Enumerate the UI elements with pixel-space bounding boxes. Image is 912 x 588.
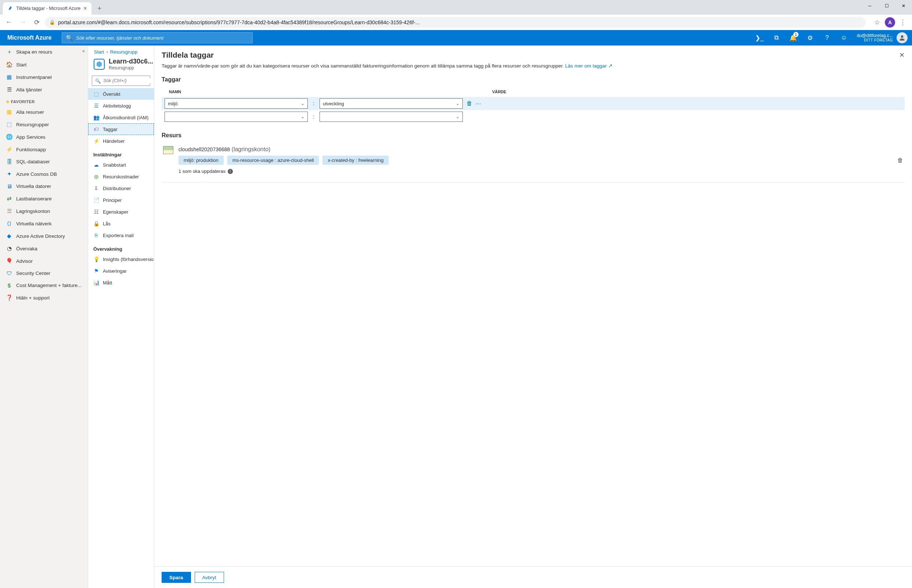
nav-cosmos-db[interactable]: ✦Azure Cosmos DB xyxy=(0,168,88,180)
blade-description: Taggar är namn/värde-par som gör att du … xyxy=(162,62,905,70)
resource-menu-search-input[interactable] xyxy=(103,78,154,83)
tag-row-empty: ⌄ : ⌄ 🗑⋯ xyxy=(162,110,905,123)
globe-icon: 🌐 xyxy=(6,134,13,140)
shield-icon: 🛡 xyxy=(6,270,13,276)
azure-search[interactable]: 🔍 xyxy=(62,32,253,43)
remove-resource-icon[interactable]: 🗑 xyxy=(897,157,903,164)
more-actions-icon[interactable]: ⋯ xyxy=(475,100,481,107)
menu-metrics[interactable]: 📊Mått xyxy=(88,277,154,289)
feedback-smiley-icon[interactable]: ☺ xyxy=(836,30,852,45)
policy-icon: 📄 xyxy=(93,197,99,203)
nav-resource-groups[interactable]: ⬚Resursgrupper xyxy=(0,118,88,131)
nav-all-resources[interactable]: ▦Alla resurser xyxy=(0,106,88,118)
account-email: du@dittforetag.c... xyxy=(857,33,893,38)
menu-resource-costs[interactable]: ◎Resurskostnader xyxy=(88,171,154,183)
menu-quickstart[interactable]: ☁Snabbstart xyxy=(88,159,154,171)
nav-cost-management[interactable]: $Cost Management + fakture... xyxy=(0,279,88,291)
tag-chip[interactable]: ms-resource-usage : azure-cloud-shell xyxy=(227,156,319,165)
save-button[interactable]: Spara xyxy=(162,572,191,583)
nav-home[interactable]: 🏠Start xyxy=(0,58,88,71)
browser-tab[interactable]: Tilldela taggar - Microsoft Azure × xyxy=(3,2,91,15)
external-link-icon: ↗ xyxy=(608,63,613,69)
tag-value-combo[interactable]: utveckling⌄ xyxy=(319,99,463,109)
cube-icon: ⬚ xyxy=(6,121,13,128)
window-close-button[interactable]: ✕ xyxy=(895,0,912,12)
nav-virtual-machines[interactable]: 🖥Virtuella datorer xyxy=(0,180,88,192)
menu-export-template[interactable]: ⎘Exportera mall xyxy=(88,229,154,241)
cloud-shell-icon[interactable]: ❯_ xyxy=(751,30,768,45)
nav-all-services[interactable]: ☰Alla tjänster xyxy=(0,83,88,96)
tag-chip[interactable]: x-created-by : freelearning xyxy=(322,156,389,165)
menu-locks[interactable]: 🔒Lås xyxy=(88,218,154,229)
nav-create-resource[interactable]: ＋Skapa en resurs xyxy=(0,45,88,58)
tag-chip[interactable]: miljö: produktion xyxy=(178,156,224,165)
nav-monitor[interactable]: ◔Övervaka xyxy=(0,242,88,255)
azure-favicon-icon xyxy=(7,5,13,11)
window-maximize-button[interactable]: ☐ xyxy=(878,0,895,12)
menu-deployments[interactable]: ⇩Distributioner xyxy=(88,183,154,194)
notifications-icon[interactable]: 🔔1 xyxy=(785,30,802,45)
menu-events[interactable]: ⚡Händelser xyxy=(88,135,154,147)
nav-function-app[interactable]: ⚡Funktionsapp xyxy=(0,143,88,156)
blade-close-button[interactable]: ✕ xyxy=(899,51,905,59)
azure-brand[interactable]: Microsoft Azure xyxy=(0,34,59,41)
window-minimize-button[interactable]: ─ xyxy=(861,0,878,12)
menu-tags[interactable]: 🏷Taggar xyxy=(88,123,154,135)
menu-insights[interactable]: 💡Insights (förhandsversion) xyxy=(88,253,154,265)
browser-menu-icon[interactable]: ⋮ xyxy=(897,16,909,29)
plus-icon: ＋ xyxy=(6,48,13,55)
menu-activity-log[interactable]: ☰Aktivitetslogg xyxy=(88,100,154,111)
bookmark-star-icon[interactable]: ☆ xyxy=(871,16,883,29)
list-icon: ☰ xyxy=(6,86,13,93)
resource-menu-search[interactable]: 🔍 xyxy=(92,76,150,86)
nav-help-support[interactable]: ❓Hiäln + support xyxy=(0,291,88,304)
delete-tag-icon[interactable]: 🗑 xyxy=(467,100,472,107)
resource-group-icon xyxy=(93,58,105,71)
nav-load-balancers[interactable]: ⇄Lastbalanserare xyxy=(0,192,88,205)
nav-storage-accounts[interactable]: ☰Lagringskonton xyxy=(0,205,88,217)
azure-search-input[interactable] xyxy=(76,35,249,41)
section-monitoring: Övervakning xyxy=(88,241,154,253)
breadcrumb-resourcegroup[interactable]: Resursgrupp xyxy=(110,49,138,55)
menu-alerts[interactable]: ⚑Aviseringar xyxy=(88,265,154,277)
info-icon[interactable]: i xyxy=(228,169,233,174)
menu-access-control[interactable]: 👥Åtkomstkontroll (IAM) xyxy=(88,111,154,123)
alert-icon: ⚑ xyxy=(93,268,99,274)
menu-policies[interactable]: 📄Principer xyxy=(88,194,154,206)
help-icon[interactable]: ? xyxy=(819,30,836,45)
nav-azure-ad[interactable]: ◆Azure Active Directory xyxy=(0,230,88,242)
tag-name-combo[interactable]: miljö⌄ xyxy=(165,99,308,109)
tag-name-combo-empty[interactable]: ⌄ xyxy=(165,111,308,122)
monitor-icon: ◔ xyxy=(6,245,13,252)
resource-group-name: Learn-d30c6... xyxy=(109,58,153,65)
new-tab-button[interactable]: + xyxy=(94,3,105,14)
nav-forward-button[interactable]: → xyxy=(17,16,29,28)
account-menu[interactable]: du@dittforetag.c... DITT FÖRETAG xyxy=(852,30,912,45)
nav-virtual-networks[interactable]: ⟨⟩Virtuella nätverk xyxy=(0,217,88,230)
star-icon: ★ xyxy=(6,100,10,104)
menu-overview[interactable]: ⬚Översikt xyxy=(88,88,154,100)
nav-dashboard[interactable]: ▦Instrumentpanel xyxy=(0,71,88,83)
people-icon: 👥 xyxy=(93,115,99,120)
chevron-down-icon: ⌄ xyxy=(456,101,460,106)
tab-close-icon[interactable]: × xyxy=(83,5,87,12)
nav-sql-databases[interactable]: 🗄SQL-databaser xyxy=(0,156,88,168)
tag-value-combo-empty[interactable]: ⌄ xyxy=(319,111,463,122)
nav-security-center[interactable]: 🛡Security Center xyxy=(0,267,88,279)
nav-back-button[interactable]: ← xyxy=(3,16,15,28)
directory-filter-icon[interactable]: ⧉ xyxy=(768,30,785,45)
cancel-button[interactable]: Avbryt xyxy=(195,572,224,583)
nav-advisor[interactable]: 🎈Advisor xyxy=(0,255,88,267)
learn-more-link[interactable]: Läs mer om taggar ↗ xyxy=(565,63,613,69)
collapse-nav-icon[interactable]: « xyxy=(82,48,85,53)
breadcrumb: Start › Resursgrupp xyxy=(88,45,154,55)
breadcrumb-start[interactable]: Start xyxy=(94,49,104,55)
menu-properties[interactable]: ☷Egenskaper xyxy=(88,206,154,218)
tag-colon: : xyxy=(311,100,316,107)
address-bar[interactable]: 🔒 portal.azure.com/#@learn.docs.microsof… xyxy=(45,17,866,28)
nav-reload-button[interactable]: ⟳ xyxy=(31,16,43,28)
nav-app-services[interactable]: 🌐App Services xyxy=(0,131,88,143)
settings-gear-icon[interactable]: ⚙ xyxy=(802,30,819,45)
profile-avatar[interactable]: A xyxy=(885,17,895,27)
favorites-heading: ★ FAVORITER xyxy=(0,96,88,106)
